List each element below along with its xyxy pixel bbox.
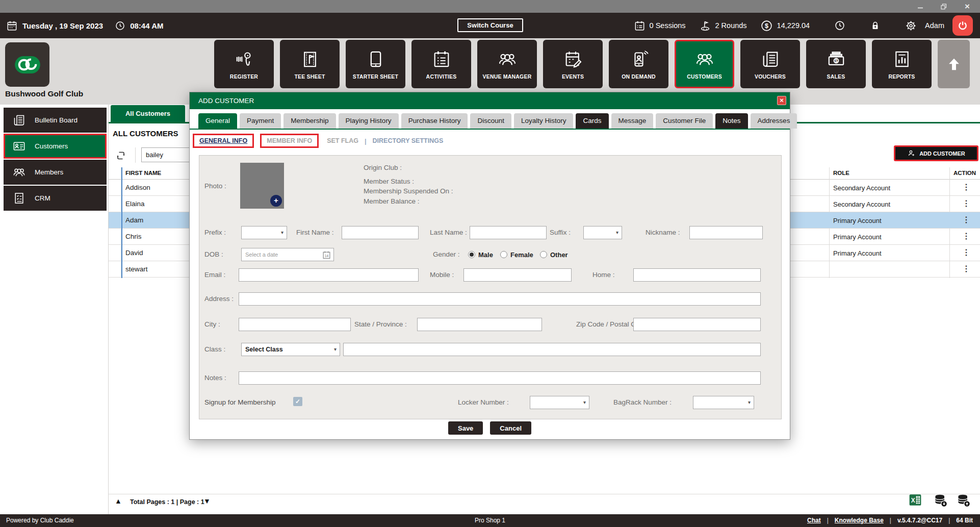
cancel-button[interactable]: Cancel [490, 421, 531, 435]
dollar-circle-icon: $ [760, 19, 773, 32]
toolbar-venue-manager-button[interactable]: VENUE MANAGER [477, 40, 537, 88]
photo-label: Photo : [204, 182, 226, 190]
export-excel-icon[interactable]: X [909, 493, 923, 508]
gender-option-other[interactable]: Other [550, 251, 568, 259]
column-header-first-name[interactable]: FIRST NAME [125, 170, 161, 176]
gender-radio-male[interactable] [468, 251, 475, 258]
address-input[interactable] [239, 292, 761, 306]
window-restore-button[interactable] [933, 0, 955, 13]
lock-icon[interactable] [870, 20, 881, 31]
tab-loyalty-history[interactable]: Loyalty History [514, 113, 574, 129]
bagrack-number-label: BagRack Number : [613, 398, 672, 406]
gender-radio-other[interactable] [540, 251, 547, 258]
sidebar-item-label: Customers [35, 142, 68, 150]
toolbar-sales-button[interactable]: $ SALES [806, 40, 866, 88]
row-action-menu-icon[interactable]: ⋮ [962, 182, 970, 192]
toolbar-customers-button[interactable]: CUSTOMERS [675, 40, 734, 88]
power-logout-button[interactable] [952, 15, 973, 36]
row-action-menu-icon[interactable]: ⋮ [962, 247, 970, 257]
dob-input[interactable]: Select a date 14 [241, 248, 334, 261]
tab-payment[interactable]: Payment [240, 113, 281, 129]
prefix-select[interactable]: ▾ [241, 226, 287, 239]
tab-purchase-history[interactable]: Purchase History [401, 113, 468, 129]
mobile-input[interactable] [463, 268, 572, 282]
toolbar-vouchers-button[interactable]: VOUCHERS [740, 40, 800, 88]
tab-message[interactable]: Message [611, 113, 654, 129]
gender-option-female[interactable]: Female [510, 251, 533, 259]
newspaper-icon [760, 49, 781, 69]
subtab-member-info[interactable]: MEMBER INFO [260, 134, 319, 148]
barcode-scanner-icon [234, 49, 254, 69]
gender-radio-female[interactable] [500, 251, 507, 258]
subtab-directory-settings[interactable]: DIRECTORY SETTINGS [373, 137, 444, 144]
chat-link[interactable]: Chat [807, 517, 821, 524]
class-select[interactable]: Select Class ▾ [241, 343, 340, 356]
first-name-input[interactable] [342, 226, 419, 239]
city-input[interactable] [239, 318, 351, 331]
class-detail-input[interactable] [343, 343, 761, 356]
toolbar-tee-sheet-button[interactable]: TEE SHEET [280, 40, 340, 88]
toolbar-scroll-up-button[interactable] [938, 40, 970, 88]
last-name-input[interactable] [470, 226, 547, 239]
toolbar-events-button[interactable]: EVENTS [543, 40, 603, 88]
modal-close-button[interactable]: × [777, 96, 786, 105]
page-up-icon[interactable]: ▲ [115, 497, 122, 505]
tab-notes[interactable]: Notes [715, 113, 747, 129]
row-action-menu-icon[interactable]: ⋮ [962, 215, 970, 224]
date-picker-icon[interactable]: 14 [322, 250, 331, 259]
tab-membership[interactable]: Membership [283, 113, 336, 129]
tab-cards[interactable]: Cards [576, 113, 608, 129]
tab-playing-history[interactable]: Playing History [339, 113, 399, 129]
chart-document-icon [892, 49, 912, 69]
column-header-role[interactable]: ROLE [833, 170, 849, 176]
toolbar-reports-button[interactable]: REPORTS [872, 40, 932, 88]
tab-customer-file[interactable]: Customer File [656, 113, 713, 129]
notes-input[interactable] [239, 371, 761, 385]
add-customer-button[interactable]: ADD CUSTOMER [894, 145, 978, 161]
cell-role: Secondary Account [833, 184, 890, 192]
window-minimize-button[interactable] [910, 0, 931, 13]
tab-general[interactable]: General [198, 113, 237, 129]
subtab-set-flag[interactable]: SET FLAG [327, 137, 358, 144]
refresh-icon[interactable] [115, 149, 127, 162]
signup-membership-checkbox[interactable]: ✓ [293, 397, 302, 406]
home-phone-input[interactable] [633, 268, 761, 282]
tab-addresses[interactable]: Addresses [751, 113, 797, 129]
row-action-menu-icon[interactable]: ⋮ [962, 231, 970, 241]
knowledge-base-link[interactable]: Knowledge Base [835, 517, 884, 524]
add-customer-label: ADD CUSTOMER [919, 150, 965, 157]
add-photo-button[interactable]: + [270, 195, 282, 207]
clock-icon [115, 20, 125, 31]
sidebar-item-crm[interactable]: CRM [4, 186, 107, 211]
suffix-select[interactable]: ▾ [583, 226, 622, 239]
sidebar-item-members[interactable]: Members [4, 160, 107, 185]
database-download-icon[interactable] [934, 493, 948, 508]
sidebar-item-customers[interactable]: Customers [4, 134, 107, 159]
bagrack-number-select[interactable]: ▾ [693, 396, 754, 409]
switch-course-button[interactable]: Switch Course [457, 18, 523, 32]
row-action-menu-icon[interactable]: ⋮ [962, 198, 970, 208]
toolbar-activities-button[interactable]: ACTIVITIES [411, 40, 471, 88]
page-down-icon[interactable]: ▼ [203, 497, 211, 505]
pagination-text: Total Pages : 1 | Page : 1 [130, 498, 204, 506]
time-clock-button[interactable] [834, 20, 845, 31]
footer-separator: | [948, 517, 950, 524]
sidebar-item-bulletin-board[interactable]: Bulletin Board [4, 108, 107, 133]
zip-input[interactable] [633, 318, 761, 331]
email-input[interactable] [239, 268, 419, 282]
nickname-input[interactable] [689, 226, 763, 239]
state-input[interactable] [417, 318, 542, 331]
database-upload-icon[interactable] [957, 493, 971, 508]
tab-discount[interactable]: Discount [470, 113, 511, 129]
toolbar-on-demand-button[interactable]: ON DEMAND [609, 40, 668, 88]
subtab-general-info[interactable]: GENERAL INFO [193, 134, 254, 148]
gender-option-male[interactable]: Male [478, 251, 493, 259]
toolbar-register-button[interactable]: REGISTER [214, 40, 274, 88]
row-action-menu-icon[interactable]: ⋮ [962, 264, 970, 273]
save-button[interactable]: Save [448, 421, 483, 435]
toolbar-starter-sheet-button[interactable]: STARTER SHEET [346, 40, 405, 88]
locker-number-select[interactable]: ▾ [530, 396, 589, 409]
tab-all-customers[interactable]: All Customers [111, 105, 185, 122]
settings-gear-icon[interactable] [905, 20, 917, 32]
window-close-button[interactable]: × [957, 0, 978, 13]
